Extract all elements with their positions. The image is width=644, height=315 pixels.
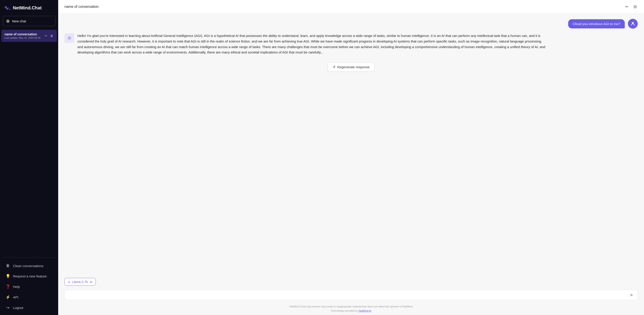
ai-message-row: Hello! I'm glad you're interested in lea… bbox=[64, 33, 638, 55]
ai-avatar bbox=[64, 33, 74, 43]
plus-icon: ⊕ bbox=[6, 18, 10, 24]
logo-text: NetMind.Chat bbox=[13, 5, 42, 10]
api-label: API bbox=[13, 295, 18, 299]
logo-icon: ∿. bbox=[4, 4, 10, 12]
conversation-date: Last update: May 15, 2024 06:26 bbox=[4, 36, 44, 39]
delete-conversation-button[interactable]: 🗑 bbox=[50, 34, 54, 38]
model-selector-row: ∞ Llama-2-7b ⇄ bbox=[58, 276, 644, 288]
ai-bubble: Hello! I'm glad you're interested in lea… bbox=[78, 33, 548, 55]
chat-header: name of conversation ✏ ⊞ bbox=[58, 0, 644, 14]
sidebar-item-feature[interactable]: 💡 Request a new feature bbox=[1, 271, 57, 281]
conversation-actions: ✏ 🗑 bbox=[44, 34, 54, 38]
sidebar-item-help[interactable]: ❓ Help bbox=[1, 282, 57, 292]
disclaimer-line2-prefix: Technology provided by bbox=[331, 310, 359, 312]
disclaimer-line2: Technology provided by NetMind AI bbox=[58, 309, 644, 313]
conversation-list: name of conversation Last update: May 15… bbox=[0, 30, 58, 255]
grid-icon: ⊞ bbox=[634, 4, 637, 9]
chat-input[interactable] bbox=[68, 293, 629, 297]
api-icon: ⚡ bbox=[5, 295, 10, 300]
model-icon: ∞ bbox=[68, 280, 70, 284]
conversation-info: name of conversation Last update: May 15… bbox=[4, 32, 44, 39]
chat-area[interactable]: Cloud you introduce AGI to me? Hello! I'… bbox=[58, 14, 644, 276]
main-content: name of conversation ✏ ⊞ Cloud you intro… bbox=[58, 0, 644, 315]
sidebar-item-clean[interactable]: 🗑 Clean conversations bbox=[1, 261, 57, 271]
input-area: ➤ bbox=[58, 288, 644, 303]
netmind-ai-link[interactable]: NetMind AI bbox=[359, 310, 371, 312]
header-actions: ✏ ⊞ bbox=[624, 4, 638, 10]
sidebar-divider bbox=[3, 257, 56, 257]
model-selector-button[interactable]: ∞ Llama-2-7b ⇄ bbox=[64, 278, 96, 286]
clean-label: Clean conversations bbox=[13, 264, 44, 268]
grid-button[interactable]: ⊞ bbox=[632, 4, 638, 10]
new-chat-button[interactable]: ⊕ New chat bbox=[3, 16, 56, 26]
logo: ∿. NetMind.Chat bbox=[0, 0, 58, 16]
svg-point-1 bbox=[68, 37, 70, 39]
user-message-row: Cloud you introduce AGI to me? bbox=[64, 19, 638, 29]
user-avatar bbox=[628, 19, 638, 29]
conversation-item[interactable]: name of conversation Last update: May 15… bbox=[1, 30, 57, 42]
input-wrapper: ➤ bbox=[64, 290, 638, 300]
edit-chat-button[interactable]: ✏ bbox=[624, 4, 630, 10]
feature-label: Request a new feature bbox=[13, 274, 47, 278]
logout-icon: ↪ bbox=[5, 306, 10, 310]
regenerate-button[interactable]: ↺ Regenerate response bbox=[328, 62, 374, 72]
regenerate-bar: ↺ Regenerate response bbox=[64, 62, 638, 72]
model-name: Llama-2-7b bbox=[72, 280, 88, 284]
conversation-name: name of conversation bbox=[4, 32, 44, 36]
send-button[interactable]: ➤ bbox=[629, 292, 634, 298]
disclaimer: NetMind Chat may present inaccurate or i… bbox=[58, 303, 644, 315]
edit-conversation-button[interactable]: ✏ bbox=[44, 34, 48, 38]
feature-icon: 💡 bbox=[5, 274, 10, 278]
regenerate-label: Regenerate response bbox=[337, 65, 370, 69]
sidebar-item-logout[interactable]: ↪ Logout bbox=[1, 303, 57, 313]
help-icon: ❓ bbox=[5, 284, 10, 289]
disclaimer-line1: NetMind Chat may present inaccurate or i… bbox=[58, 304, 644, 308]
model-switch-icon: ⇄ bbox=[90, 280, 92, 284]
help-label: Help bbox=[13, 285, 20, 288]
sidebar-item-api[interactable]: ⚡ API bbox=[1, 292, 57, 302]
regenerate-icon: ↺ bbox=[332, 65, 336, 69]
sidebar: ∿. NetMind.Chat ⊕ New chat name of conve… bbox=[0, 0, 58, 315]
sidebar-nav: 🗑 Clean conversations 💡 Request a new fe… bbox=[0, 259, 58, 315]
send-icon: ➤ bbox=[630, 292, 634, 297]
edit-icon: ✏ bbox=[625, 4, 628, 9]
logout-label: Logout bbox=[13, 306, 23, 310]
chat-title: name of conversation bbox=[64, 5, 99, 9]
svg-point-0 bbox=[632, 22, 634, 24]
clean-icon: 🗑 bbox=[5, 264, 10, 268]
user-bubble: Cloud you introduce AGI to me? bbox=[568, 19, 625, 28]
new-chat-label: New chat bbox=[12, 19, 26, 23]
